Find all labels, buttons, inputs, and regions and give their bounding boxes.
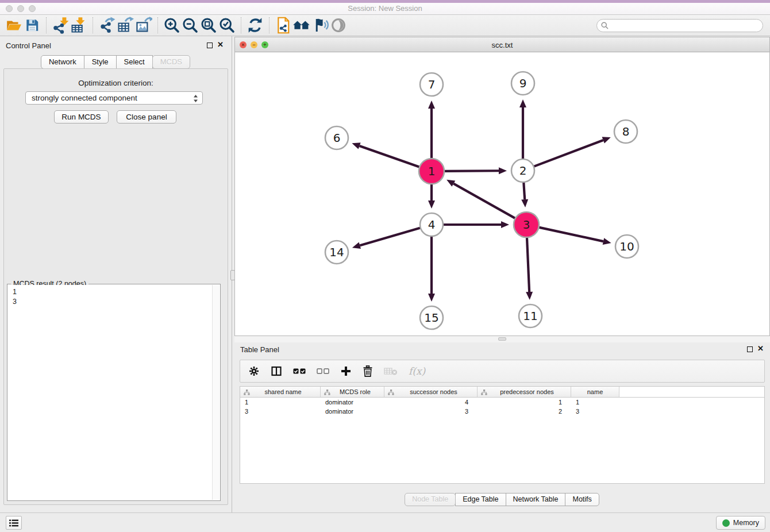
mcds-result-item: 3 — [13, 297, 207, 307]
graph-edge-2-9[interactable] — [519, 99, 526, 159]
show-hide-graphics-details-icon[interactable] — [329, 16, 348, 34]
graph-node-4[interactable]: 4 — [420, 213, 443, 236]
table-panel: Table Panel ✕ f(x) shared nameMCDS roles… — [234, 342, 770, 511]
graph-edge-3-11[interactable] — [526, 237, 533, 300]
graph-node-8[interactable]: 8 — [614, 120, 637, 143]
tab-node-table[interactable]: Node Table — [405, 493, 456, 506]
table-row[interactable]: 3dominator323 — [240, 407, 764, 416]
svg-text:4: 4 — [428, 218, 436, 232]
network-canvas[interactable]: 7968124314101511 — [235, 52, 769, 336]
zoom-out-icon[interactable] — [181, 16, 199, 34]
first-neighbors-icon[interactable] — [292, 16, 311, 34]
main-toolbar — [0, 15, 770, 36]
cell-predecessor-nodes: 2 — [478, 408, 571, 415]
column-header-predecessor-nodes[interactable]: predecessor nodes — [478, 387, 571, 397]
toolbar-separator — [241, 17, 241, 33]
cell-name: 1 — [571, 399, 619, 406]
graph-edge-2-3[interactable] — [521, 182, 528, 207]
graph-node-11[interactable]: 11 — [519, 304, 542, 327]
graph-node-14[interactable]: 14 — [325, 241, 348, 264]
column-header-name[interactable]: name — [571, 387, 619, 397]
svg-text:2: 2 — [519, 164, 527, 178]
graph-edge-2-8[interactable] — [534, 137, 611, 167]
import-table-icon[interactable] — [70, 16, 88, 34]
export-image-icon[interactable] — [134, 16, 153, 34]
hide-all-columns-icon[interactable] — [317, 367, 329, 375]
zoom-in-icon[interactable] — [163, 16, 181, 34]
horizontal-splitter[interactable] — [234, 336, 770, 342]
delete-columns-icon[interactable] — [363, 365, 373, 377]
show-all-columns-icon[interactable] — [293, 367, 306, 375]
column-header-mcds-role[interactable]: MCDS role — [321, 387, 384, 397]
split-panel-icon[interactable] — [271, 365, 282, 377]
export-table-icon[interactable] — [116, 16, 134, 34]
run-mcds-button[interactable]: Run MCDS — [54, 110, 109, 124]
zoom-fit-content-icon[interactable] — [199, 16, 218, 34]
memory-button[interactable]: Memory — [716, 516, 765, 530]
tab-mcds[interactable]: MCDS — [152, 55, 190, 69]
import-network-icon[interactable] — [51, 16, 70, 34]
zoom-selected-region-icon[interactable] — [218, 16, 236, 34]
graph-node-7[interactable]: 7 — [420, 73, 443, 96]
graph-edge-1-6[interactable] — [352, 142, 419, 167]
svg-text:10: 10 — [619, 240, 634, 253]
svg-text:7: 7 — [428, 78, 436, 91]
table-panel-tabs: Node TableEdge TableNetwork TableMotifs — [234, 493, 770, 506]
mcds-tab-content: Optimization criterion: strongly connect… — [3, 68, 228, 505]
cell-predecessor-nodes: 1 — [478, 399, 571, 406]
app-titlebar: Session: New Session — [0, 0, 770, 15]
open-session-icon[interactable] — [5, 16, 23, 34]
graph-edge-1-2[interactable] — [444, 167, 507, 174]
create-column-icon[interactable] — [340, 365, 352, 377]
svg-text:14: 14 — [329, 245, 344, 259]
graph-edge-3-1[interactable] — [446, 180, 515, 218]
cell-shared-name: 3 — [240, 408, 321, 415]
float-panel-icon[interactable] — [207, 43, 213, 48]
table-row[interactable]: 1dominator411 — [240, 398, 764, 407]
new-network-from-selection-icon[interactable] — [274, 16, 292, 34]
graph-node-3[interactable]: 3 — [514, 212, 539, 237]
graph-node-10[interactable]: 10 — [615, 235, 638, 258]
float-table-panel-icon[interactable] — [747, 346, 753, 352]
search-input[interactable] — [596, 19, 763, 32]
horizontal-splitter-grip[interactable] — [498, 337, 506, 341]
export-network-icon[interactable] — [98, 16, 116, 34]
graph-node-1[interactable]: 1 — [419, 159, 444, 184]
close-panel-button[interactable]: Close panel — [117, 110, 176, 124]
annotations-icon[interactable] — [311, 16, 329, 34]
graph-node-15[interactable]: 15 — [420, 306, 443, 329]
graph-edge-4-15[interactable] — [428, 236, 435, 302]
tab-style[interactable]: Style — [84, 55, 117, 69]
svg-text:6: 6 — [333, 131, 341, 145]
network-view-window: × − + scc.txt 7968124314101511 — [234, 37, 770, 336]
graph-edge-1-4[interactable] — [428, 184, 435, 209]
graph-edge-1-7[interactable] — [428, 101, 435, 159]
criterion-select[interactable]: strongly connected component — [25, 91, 203, 105]
graph-edge-3-10[interactable] — [538, 228, 611, 245]
search-icon — [601, 22, 609, 29]
cell-mcds-role: dominator — [321, 408, 384, 415]
tab-edge-table[interactable]: Edge Table — [455, 493, 506, 506]
close-table-panel-icon[interactable]: ✕ — [757, 345, 764, 353]
mcds-result-list[interactable]: 13 — [8, 285, 212, 500]
node-table: shared nameMCDS rolesuccessor nodesprede… — [240, 386, 765, 484]
task-history-button[interactable] — [6, 516, 22, 530]
tab-network-table[interactable]: Network Table — [506, 493, 566, 506]
save-session-icon[interactable] — [23, 16, 41, 34]
graph-edge-4-14[interactable] — [352, 228, 421, 249]
apply-preferred-layout-icon[interactable] — [246, 16, 264, 34]
graph-edge-4-3[interactable] — [443, 221, 509, 228]
graph-node-9[interactable]: 9 — [511, 72, 534, 95]
close-panel-icon[interactable]: ✕ — [217, 41, 224, 49]
mcds-result-scrollbar[interactable] — [212, 285, 220, 500]
tab-motifs[interactable]: Motifs — [565, 493, 599, 506]
titlebar-accent-strip — [0, 0, 770, 3]
node-table-header: shared nameMCDS rolesuccessor nodesprede… — [240, 387, 764, 398]
column-header-shared-name[interactable]: shared name — [240, 387, 321, 397]
tab-network[interactable]: Network — [41, 55, 84, 69]
column-settings-icon[interactable] — [248, 365, 260, 377]
graph-node-2[interactable]: 2 — [511, 159, 534, 182]
column-header-successor-nodes[interactable]: successor nodes — [384, 387, 478, 397]
tab-select[interactable]: Select — [116, 55, 153, 69]
graph-node-6[interactable]: 6 — [325, 126, 348, 149]
